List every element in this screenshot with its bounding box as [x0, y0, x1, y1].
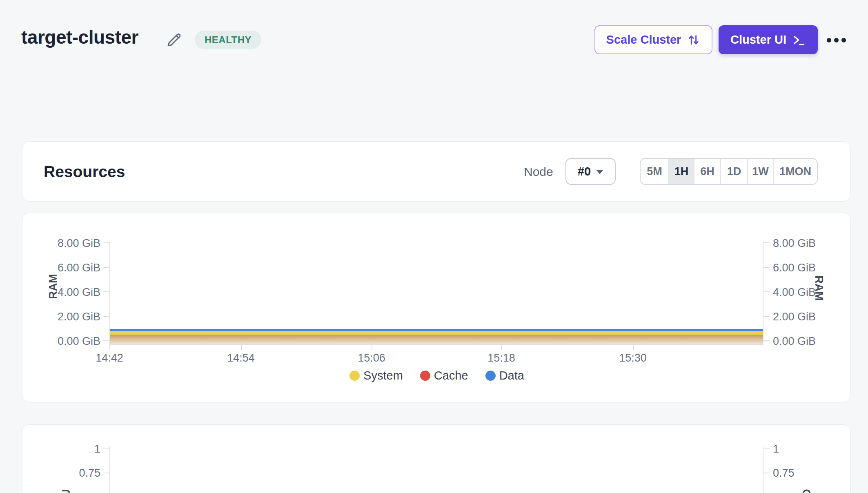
- y-axis-right: [763, 447, 763, 493]
- page-title: target-cluster: [21, 26, 138, 48]
- cluster-ui-label: Cluster UI: [730, 33, 786, 47]
- range-5m[interactable]: 5M: [641, 159, 668, 184]
- resources-heading: Resources: [44, 163, 125, 181]
- tick: [103, 291, 110, 292]
- cpu-chart-card: 1 0.75 1 0.75 CPU CPU: [22, 424, 851, 493]
- status-badge: HEALTHY: [195, 31, 261, 49]
- scale-cluster-label: Scale Cluster: [606, 33, 681, 47]
- tick: [633, 344, 634, 350]
- x-axis: [109, 344, 763, 345]
- legend-label: Data: [499, 369, 524, 382]
- cluster-ui-button[interactable]: Cluster UI: [719, 25, 818, 54]
- resources-card: Resources Node #0 5M 1H 6H 1D 1W 1MON: [22, 141, 851, 202]
- system-legend-dot: [349, 371, 360, 381]
- ram-xtick: 14:42: [81, 352, 138, 364]
- legend-item-system[interactable]: System: [349, 369, 403, 382]
- chevron-down-icon: [596, 170, 603, 174]
- ram-xtick: 15:30: [604, 352, 661, 364]
- ram-xtick: 15:18: [473, 352, 530, 364]
- ram-axis-title-right: RAM: [812, 266, 826, 311]
- cpu-axis-title-right: CPU: [800, 478, 813, 493]
- tick: [763, 449, 770, 449]
- range-1d[interactable]: 1D: [720, 159, 747, 184]
- legend-item-cache[interactable]: Cache: [420, 369, 468, 382]
- cpu-ytick-right: 1: [773, 442, 842, 455]
- node-select[interactable]: #0: [565, 158, 616, 185]
- time-range-group: 5M 1H 6H 1D 1W 1MON: [640, 158, 818, 185]
- node-selected-value: #0: [578, 165, 591, 178]
- ram-ytick-right: 2.00 GiB: [773, 310, 842, 323]
- ram-ytick-right: 8.00 GiB: [773, 237, 842, 250]
- cpu-axis-title-left: CPU: [60, 478, 73, 493]
- range-1mon[interactable]: 1MON: [773, 159, 817, 184]
- tick: [103, 267, 110, 268]
- scale-cluster-button[interactable]: Scale Cluster: [594, 25, 712, 54]
- tick: [103, 473, 110, 473]
- legend-item-data[interactable]: Data: [485, 369, 524, 382]
- ram-ytick: 0.00 GiB: [31, 335, 100, 348]
- ram-ytick: 4.00 GiB: [31, 286, 100, 299]
- cpu-ytick: 1: [31, 442, 100, 455]
- tick: [763, 291, 770, 292]
- tick: [372, 344, 372, 350]
- data-legend-dot: [485, 371, 496, 381]
- cache-legend-dot: [420, 371, 430, 381]
- ram-ytick: 8.00 GiB: [31, 237, 100, 250]
- ram-ytick-right: 4.00 GiB: [773, 286, 842, 299]
- range-6h[interactable]: 6H: [694, 159, 720, 184]
- arrows-up-down-icon: [687, 33, 701, 47]
- ram-ytick-right: 6.00 GiB: [773, 261, 842, 274]
- tick: [103, 242, 110, 243]
- tick: [763, 316, 770, 317]
- tick: [763, 340, 770, 341]
- edit-cluster-name-button[interactable]: [165, 30, 185, 50]
- tick: [103, 449, 110, 449]
- ram-ytick: 6.00 GiB: [31, 261, 100, 274]
- tick: [763, 473, 770, 473]
- more-actions-button[interactable]: [823, 33, 849, 47]
- pencil-icon: [165, 31, 185, 49]
- ram-xtick: 15:06: [343, 352, 400, 364]
- tick: [241, 344, 242, 350]
- ram-chart-legend: System Cache Data: [22, 369, 851, 382]
- cpu-ytick-right: 0.75: [773, 466, 842, 480]
- series-area-fill: [110, 335, 763, 344]
- range-1w[interactable]: 1W: [747, 159, 773, 184]
- tick: [501, 344, 502, 350]
- tick: [103, 340, 110, 341]
- node-label: Node: [524, 165, 553, 179]
- ram-ytick: 2.00 GiB: [31, 310, 100, 323]
- ram-xtick: 14:54: [212, 352, 269, 364]
- ellipsis-icon: [827, 38, 831, 42]
- tick: [763, 267, 770, 268]
- y-axis-left: [109, 447, 110, 493]
- legend-label: Cache: [434, 369, 468, 382]
- system-series-line: [110, 331, 763, 335]
- cluster-tabs: Overview API Keys Metrics Logs Backups C…: [0, 82, 868, 114]
- legend-label: System: [363, 369, 403, 382]
- ram-chart-card: 8.00 GiB 6.00 GiB 4.00 GiB 2.00 GiB 0.00…: [22, 213, 851, 402]
- ram-ytick-right: 0.00 GiB: [773, 335, 842, 348]
- cpu-ytick: 0.75: [31, 466, 100, 480]
- tick: [103, 316, 110, 317]
- terminal-prompt-icon: [792, 33, 806, 47]
- cluster-details-page: target-cluster HEALTHY Scale Cluster Clu…: [0, 0, 868, 493]
- tick: [109, 344, 110, 350]
- range-1h[interactable]: 1H: [668, 159, 694, 184]
- ram-axis-title-left: RAM: [47, 264, 60, 309]
- tick: [763, 242, 770, 243]
